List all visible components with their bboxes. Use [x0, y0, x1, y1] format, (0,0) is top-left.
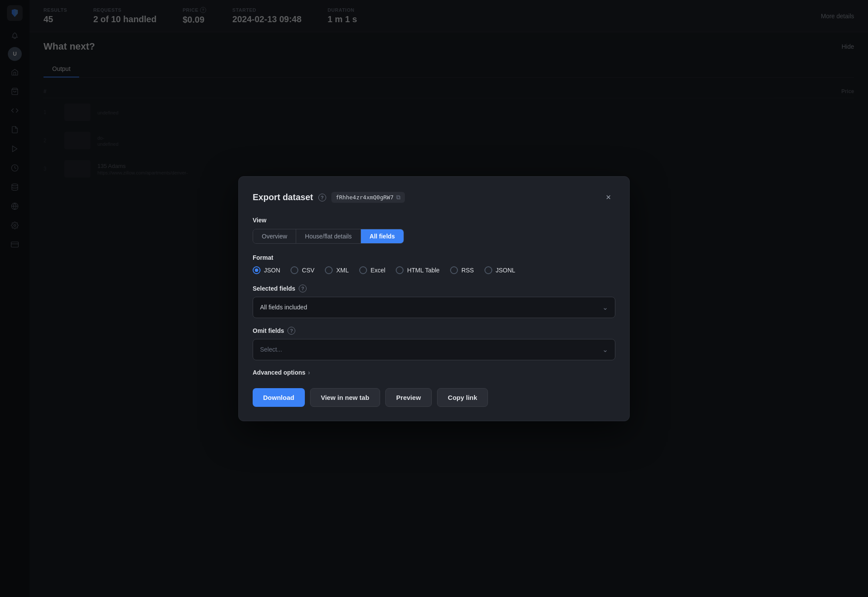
- radio-html-table: [396, 266, 404, 274]
- close-modal-button[interactable]: ×: [601, 191, 615, 205]
- format-option-xml[interactable]: XML: [325, 266, 349, 274]
- format-option-json[interactable]: JSON: [253, 266, 280, 274]
- radio-excel: [359, 266, 367, 274]
- action-buttons: Download View in new tab Preview Copy li…: [253, 388, 615, 407]
- omit-fields-help-icon[interactable]: ?: [287, 327, 295, 335]
- copy-link-button[interactable]: Copy link: [437, 388, 488, 407]
- export-modal: Export dataset ? fRhhe4zr4xmQ0gRW7 ⧉ × V…: [238, 176, 630, 421]
- modal-title: Export dataset: [253, 192, 313, 202]
- format-options: JSON CSV XML Excel: [253, 266, 615, 274]
- view-tab-house-flat[interactable]: House/flat details: [296, 229, 361, 243]
- radio-jsonl: [484, 266, 492, 274]
- download-button[interactable]: Download: [253, 388, 305, 407]
- format-option-excel[interactable]: Excel: [359, 266, 385, 274]
- format-label-xml: XML: [336, 267, 349, 274]
- selected-fields-label: Selected fields: [253, 285, 295, 292]
- chevron-right-icon: ›: [308, 369, 310, 376]
- preview-button[interactable]: Preview: [385, 388, 432, 407]
- view-tab-overview[interactable]: Overview: [253, 229, 296, 243]
- dataset-id-text: fRhhe4zr4xmQ0gRW7: [336, 194, 394, 201]
- format-option-csv[interactable]: CSV: [290, 266, 314, 274]
- selected-fields-header: Selected fields ?: [253, 285, 615, 292]
- selected-fields-section: Selected fields ? All fields included ⌄: [253, 285, 615, 318]
- radio-rss: [450, 266, 458, 274]
- omit-fields-section: Omit fields ? Select... ⌄: [253, 327, 615, 360]
- format-label-html-table: HTML Table: [407, 267, 440, 274]
- format-section-label: Format: [253, 254, 615, 261]
- format-label-json: JSON: [264, 267, 280, 274]
- format-option-jsonl[interactable]: JSONL: [484, 266, 515, 274]
- radio-json: [253, 266, 260, 274]
- selected-fields-help-icon[interactable]: ?: [299, 285, 307, 292]
- copy-id-icon[interactable]: ⧉: [396, 194, 401, 201]
- selected-fields-value: All fields included: [260, 304, 307, 311]
- format-option-rss[interactable]: RSS: [450, 266, 474, 274]
- radio-xml: [325, 266, 333, 274]
- view-in-new-tab-button[interactable]: View in new tab: [310, 388, 380, 407]
- view-tabs: Overview House/flat details All fields: [253, 229, 404, 244]
- omit-chevron-icon: ⌄: [602, 345, 608, 354]
- format-label-excel: Excel: [371, 267, 385, 274]
- omit-fields-label: Omit fields: [253, 327, 284, 334]
- modal-header: Export dataset ? fRhhe4zr4xmQ0gRW7 ⧉ ×: [253, 191, 615, 205]
- modal-overlay: Export dataset ? fRhhe4zr4xmQ0gRW7 ⧉ × V…: [0, 0, 868, 597]
- format-label-jsonl: JSONL: [496, 267, 515, 274]
- view-tab-all-fields[interactable]: All fields: [361, 229, 404, 243]
- omit-fields-dropdown[interactable]: Select... ⌄: [253, 339, 615, 360]
- selected-fields-dropdown[interactable]: All fields included ⌄: [253, 297, 615, 318]
- advanced-options[interactable]: Advanced options ›: [253, 369, 615, 376]
- format-option-html-table[interactable]: HTML Table: [396, 266, 440, 274]
- chevron-down-icon: ⌄: [602, 303, 608, 312]
- radio-csv: [290, 266, 298, 274]
- advanced-options-label: Advanced options: [253, 369, 305, 376]
- omit-fields-placeholder: Select...: [260, 346, 282, 353]
- dataset-id-badge: fRhhe4zr4xmQ0gRW7 ⧉: [331, 192, 405, 203]
- modal-help-icon[interactable]: ?: [318, 194, 326, 201]
- format-label-csv: CSV: [302, 267, 314, 274]
- view-section-label: View: [253, 217, 615, 224]
- format-label-rss: RSS: [461, 267, 474, 274]
- omit-fields-header: Omit fields ?: [253, 327, 615, 335]
- view-section: View Overview House/flat details All fie…: [253, 217, 615, 244]
- format-section: Format JSON CSV XML: [253, 254, 615, 274]
- radio-json-inner: [255, 268, 258, 272]
